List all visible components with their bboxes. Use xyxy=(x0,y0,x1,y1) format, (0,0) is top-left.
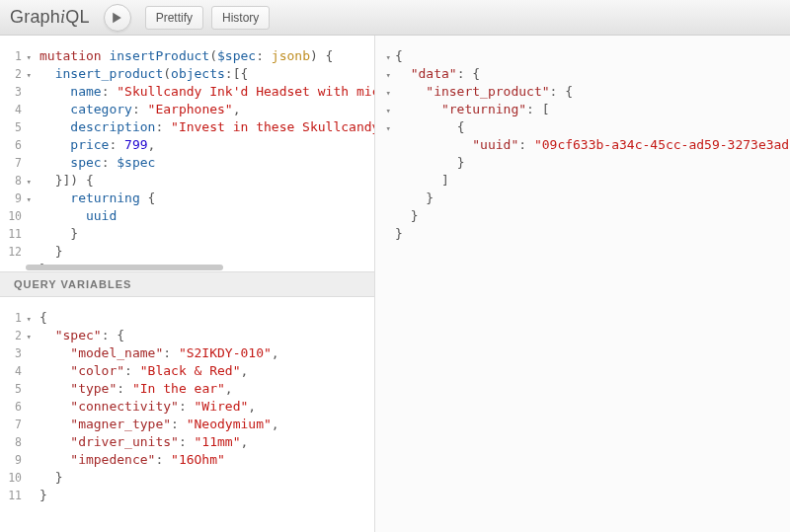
toolbar: GraphiQL Prettify History xyxy=(0,0,790,36)
history-button[interactable]: History xyxy=(211,6,270,30)
play-icon xyxy=(112,12,122,24)
result-gutter: ▾▾▾▾▾ xyxy=(375,36,385,255)
variables-editor[interactable]: 1▾2▾34567891011 { "spec": { "model_name"… xyxy=(0,297,374,533)
variables-code[interactable]: { "spec": { "model_name": "S2IKDY-010", … xyxy=(26,297,374,533)
query-code[interactable]: mutation insertProduct($spec: jsonb) { i… xyxy=(26,36,374,265)
variables-gutter: 1▾2▾34567891011 xyxy=(0,297,26,533)
execute-button[interactable] xyxy=(104,4,131,32)
query-editor[interactable]: 1▾2▾345678▾9▾10111213 mutation insertPro… xyxy=(0,36,374,265)
result-viewer: ▾▾▾▾▾ { "data": { "insert_product": { "r… xyxy=(375,36,790,255)
logo: GraphiQL xyxy=(10,7,90,28)
query-horizontal-scrollbar[interactable] xyxy=(0,265,374,271)
prettify-button[interactable]: Prettify xyxy=(145,6,203,30)
variables-header[interactable]: Query Variables xyxy=(0,271,374,297)
result-code: { "data": { "insert_product": { "returni… xyxy=(385,36,790,255)
query-gutter: 1▾2▾345678▾9▾10111213 xyxy=(0,36,26,265)
